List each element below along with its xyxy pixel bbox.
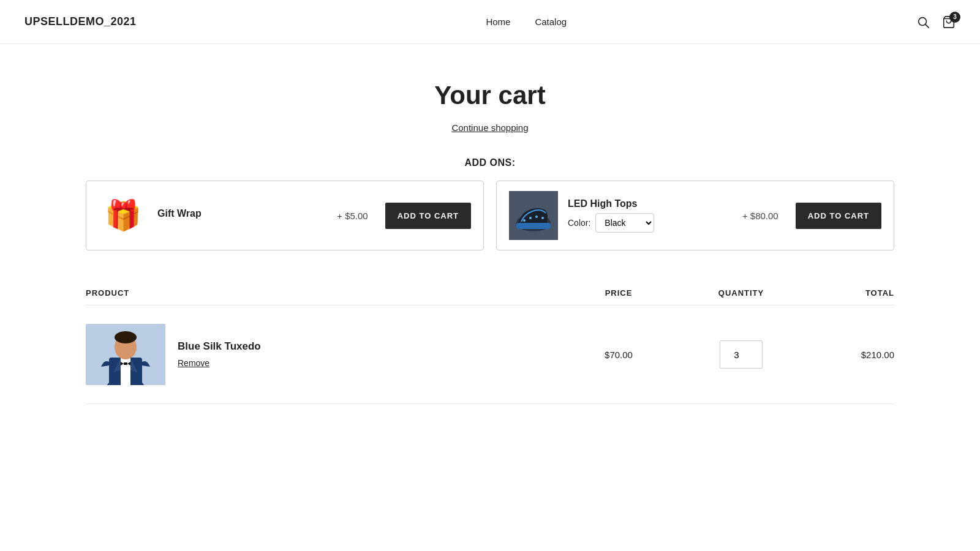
col-header-price: PRICE [557, 288, 680, 298]
svg-point-16 [115, 331, 137, 343]
col-header-quantity: QUANTITY [680, 288, 802, 298]
led-high-tops-price: + $80.00 [742, 211, 778, 221]
main-nav: Home Catalog [486, 17, 567, 27]
addon-card-led-high-tops: LED High Tops Color: Black White Red Blu… [496, 181, 894, 250]
product-details: Blue Silk Tuxedo Remove [178, 340, 261, 369]
cart-row: Blue Silk Tuxedo Remove $70.00 $210.00 [86, 305, 894, 404]
led-high-tops-name: LED High Tops [568, 198, 733, 209]
search-icon [916, 15, 930, 29]
gift-wrap-name: Gift Wrap [157, 208, 327, 219]
cart-item-quantity-cell [680, 340, 802, 369]
quantity-input[interactable] [720, 340, 763, 369]
continue-shopping-link[interactable]: Continue shopping [86, 122, 894, 133]
led-shoe-svg [509, 191, 558, 240]
nav-home[interactable]: Home [486, 17, 510, 27]
color-label: Color: [568, 218, 590, 228]
site-logo: UPSELLDEMO_2021 [24, 15, 137, 28]
remove-product-button[interactable]: Remove [178, 358, 209, 368]
led-color-row: Color: Black White Red Blue [568, 213, 733, 233]
header-icons: 3 [916, 15, 956, 29]
addons-label: ADD ONS: [86, 157, 894, 168]
led-high-tops-info: LED High Tops Color: Black White Red Blu… [568, 198, 733, 233]
product-name: Blue Silk Tuxedo [178, 340, 261, 353]
cart-badge: 3 [949, 12, 960, 23]
gift-wrap-price: + $5.00 [337, 211, 368, 221]
header: UPSELLDEMO_2021 Home Catalog 3 [0, 0, 980, 44]
svg-rect-9 [516, 223, 551, 229]
led-high-tops-add-to-cart-button[interactable]: ADD TO CART [796, 203, 881, 229]
cart-product-cell: Blue Silk Tuxedo Remove [86, 324, 557, 385]
search-button[interactable] [916, 15, 930, 29]
svg-point-6 [529, 217, 532, 219]
addons-row: 🎁 Gift Wrap + $5.00 ADD TO CART [86, 181, 894, 250]
gift-wrap-add-to-cart-button[interactable]: ADD TO CART [385, 203, 471, 229]
col-header-total: TOTAL [802, 288, 894, 298]
nav-catalog[interactable]: Catalog [535, 17, 567, 27]
color-select[interactable]: Black White Red Blue [595, 213, 654, 233]
svg-rect-13 [121, 358, 130, 385]
gift-wrap-image: 🎁 [99, 191, 148, 240]
svg-line-1 [925, 24, 929, 28]
product-image-blue-silk-tuxedo [86, 324, 165, 385]
svg-point-5 [523, 219, 526, 222]
gift-wrap-info: Gift Wrap [157, 208, 327, 223]
cart-item-total: $210.00 [802, 350, 894, 360]
svg-rect-14 [124, 362, 127, 365]
tuxedo-svg [86, 324, 165, 385]
svg-point-7 [535, 216, 538, 218]
addon-card-gift-wrap: 🎁 Gift Wrap + $5.00 ADD TO CART [86, 181, 484, 250]
cart-button[interactable]: 3 [942, 15, 956, 29]
col-header-product: PRODUCT [86, 288, 557, 298]
led-high-tops-image [509, 191, 558, 240]
svg-point-8 [541, 217, 544, 219]
cart-table-header: PRODUCT PRICE QUANTITY TOTAL [86, 281, 894, 305]
cart-item-price: $70.00 [557, 350, 680, 360]
main-content: Your cart Continue shopping ADD ONS: 🎁 G… [61, 44, 919, 429]
page-title: Your cart [86, 81, 894, 110]
